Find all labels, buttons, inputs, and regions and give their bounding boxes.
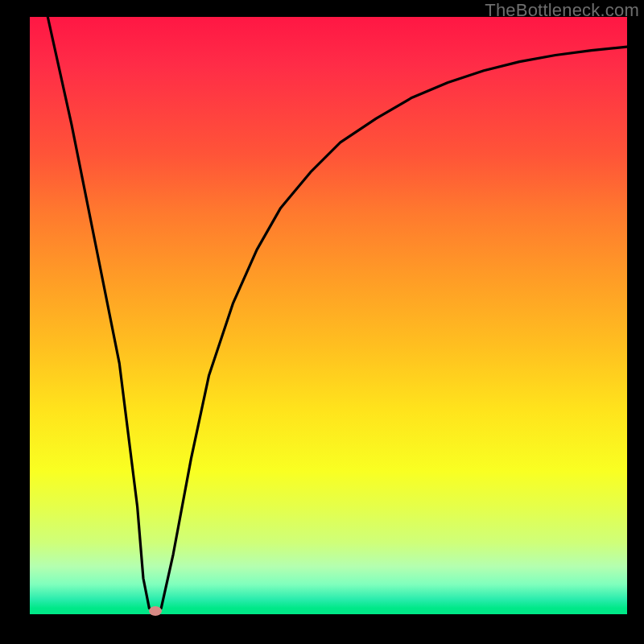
minimum-marker (149, 606, 162, 616)
plot-area (30, 17, 627, 614)
bottleneck-curve (30, 17, 627, 614)
chart-frame: TheBottleneck.com (0, 0, 644, 644)
watermark-text: TheBottleneck.com (485, 0, 639, 21)
